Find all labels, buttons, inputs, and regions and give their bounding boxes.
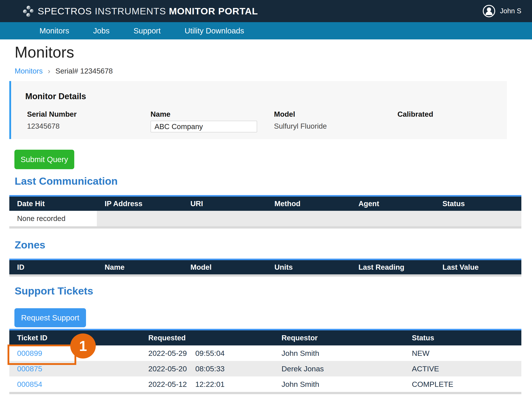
submit-query-button[interactable]: Submit Query (14, 150, 74, 169)
top-header-bar: SPECTROS INSTRUMENTS MONITOR PORTAL John… (0, 0, 532, 22)
request-support-button[interactable]: Request Support (14, 308, 86, 327)
nav-link[interactable]: Jobs (93, 26, 109, 35)
main-navigation: Monitors Jobs Support Utility Downloads (0, 22, 532, 39)
name-label: Name (151, 110, 274, 118)
requestor-cell: John Smith (274, 380, 404, 389)
requestor-cell: John Smith (274, 349, 404, 358)
support-tickets-table: Ticket IDRequestedRequestorStatus 000899… (9, 329, 521, 394)
serial-number-label: Serial Number (27, 110, 151, 118)
ticket-id-cell: 000854 (9, 380, 140, 389)
zones-heading: Zones (15, 239, 45, 251)
monitor-details-panel: Monitor Details Serial Number 12345678 N… (9, 81, 507, 139)
last-communication-heading: Last Communication (15, 175, 118, 187)
ticket-id-cell: 000899 (9, 349, 140, 358)
empty-cell: None recorded (9, 211, 97, 226)
support-tickets-header-row: Ticket IDRequestedRequestorStatus (9, 330, 521, 345)
column-header: IP Address (97, 199, 183, 208)
model-value: Sulfuryl Fluoride (274, 122, 398, 130)
requested-cell: 2022-05-12 12:22:01 (140, 380, 274, 389)
name-input[interactable] (151, 121, 257, 132)
breadcrumb-current: Serial# 12345678 (55, 67, 113, 75)
status-cell: COMPLETE (404, 380, 521, 389)
table-bottom-strip (9, 392, 521, 394)
table-bottom-strip (9, 274, 521, 277)
status-cell: NEW (404, 349, 521, 358)
requested-cell: 2022-05-29 09:55:04 (140, 349, 274, 358)
requestor-cell: Derek Jonas (274, 365, 404, 373)
spectros-logo-icon (23, 5, 34, 17)
nav-link[interactable]: Monitors (39, 26, 69, 35)
ticket-id-cell: 000875 (9, 365, 140, 373)
zones-table: IDNameModelUnitsLast ReadingLast Value (9, 259, 521, 277)
requested-time: 08:05:33 (195, 365, 225, 373)
brand-primary: SPECTROS (38, 6, 92, 16)
column-header: Agent (351, 199, 435, 208)
requested-date: 2022-05-20 (148, 365, 187, 373)
breadcrumb-link-monitors[interactable]: Monitors (15, 67, 43, 75)
calibrated-label: Calibrated (398, 110, 507, 118)
requested-time: 09:55:04 (195, 349, 225, 358)
breadcrumb-separator: › (48, 67, 50, 75)
column-header: ID (9, 263, 97, 272)
requested-time: 12:22:01 (195, 380, 225, 389)
support-tickets-body: 000899 2022-05-29 09:55:04 John Smith NE… (9, 345, 521, 392)
column-header: Ticket ID (9, 334, 140, 342)
monitor-details-title: Monitor Details (25, 92, 507, 101)
last-communication-empty-row: None recorded (9, 211, 521, 226)
column-header: Date Hit (9, 199, 97, 208)
brand-title: SPECTROS INSTRUMENTS MONITOR PORTAL (38, 6, 258, 17)
requested-cell: 2022-05-20 08:05:33 (140, 365, 274, 373)
field-name: Name (151, 110, 274, 132)
ticket-row: 000875 2022-05-20 08:05:33 Derek Jonas A… (9, 361, 521, 376)
status-cell: ACTIVE (404, 365, 521, 373)
zones-header-row: IDNameModelUnitsLast ReadingLast Value (9, 260, 521, 274)
ticket-id-link[interactable]: 000899 (17, 349, 42, 357)
ticket-id-link[interactable]: 000854 (17, 380, 42, 388)
column-header: Last Value (435, 263, 521, 272)
column-header: Model (183, 263, 267, 272)
column-header: Requestor (274, 334, 404, 342)
last-communication-header-row: Date HitIP AddressURIMethodAgentStatus (9, 197, 521, 211)
user-name: John S (500, 7, 521, 15)
column-header: Method (267, 199, 351, 208)
ticket-row: 000899 2022-05-29 09:55:04 John Smith NE… (9, 345, 521, 361)
column-header: Units (267, 263, 351, 272)
table-bottom-strip (9, 226, 521, 229)
column-header: URI (183, 199, 267, 208)
field-calibrated: Calibrated (398, 110, 507, 132)
model-label: Model (274, 110, 398, 118)
user-menu[interactable]: John S (482, 5, 521, 18)
serial-number-value: 12345678 (27, 122, 151, 130)
column-header: Name (97, 263, 183, 272)
requested-date: 2022-05-12 (148, 380, 187, 389)
column-header: Last Reading (351, 263, 435, 272)
page-title: Monitors (15, 43, 74, 61)
breadcrumb: Monitors › Serial# 12345678 (15, 67, 113, 75)
ticket-row: 000854 2022-05-12 12:22:01 John Smith CO… (9, 376, 521, 392)
brand-bold: MONITOR PORTAL (169, 6, 258, 16)
last-communication-table: Date HitIP AddressURIMethodAgentStatus N… (9, 195, 521, 229)
field-serial-number: Serial Number 12345678 (27, 110, 151, 132)
column-header: Status (435, 199, 521, 208)
ticket-id-link[interactable]: 000875 (17, 365, 42, 373)
field-model: Model Sulfuryl Fluoride (274, 110, 398, 132)
column-header: Status (404, 334, 521, 342)
column-header: Requested (140, 334, 274, 342)
user-avatar-icon (482, 5, 495, 18)
nav-link[interactable]: Support (133, 26, 161, 35)
requested-date: 2022-05-29 (148, 349, 187, 358)
nav-link[interactable]: Utility Downloads (185, 26, 244, 35)
brand-secondary: INSTRUMENTS (95, 6, 166, 16)
support-tickets-heading: Support Tickets (15, 285, 93, 297)
